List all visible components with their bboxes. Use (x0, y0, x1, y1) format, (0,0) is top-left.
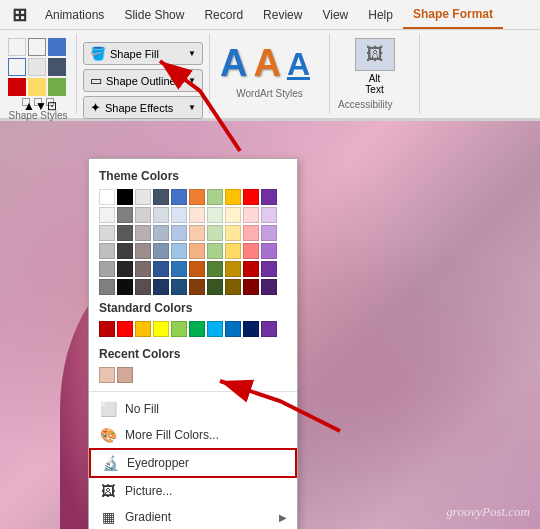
theme-color-swatch[interactable] (225, 207, 241, 223)
standard-color-swatch[interactable] (171, 321, 187, 337)
theme-color-swatch[interactable] (243, 279, 259, 295)
style-box-3[interactable] (48, 38, 66, 56)
theme-color-swatch[interactable] (171, 261, 187, 277)
no-fill-item[interactable]: ⬜ No Fill (89, 396, 297, 422)
picture-item[interactable]: 🖼 Picture... (89, 478, 297, 504)
alt-text-button[interactable]: 🖼 (355, 38, 395, 71)
gradient-item[interactable]: ▦ Gradient ▶ (89, 504, 297, 529)
theme-color-swatch[interactable] (261, 243, 277, 259)
theme-color-swatch[interactable] (225, 225, 241, 241)
standard-color-swatch[interactable] (99, 321, 115, 337)
theme-color-swatch[interactable] (261, 261, 277, 277)
theme-color-swatch[interactable] (207, 279, 223, 295)
theme-color-swatch[interactable] (261, 279, 277, 295)
standard-color-swatch[interactable] (117, 321, 133, 337)
tab-animations[interactable]: Animations (35, 0, 114, 29)
theme-color-swatch[interactable] (243, 243, 259, 259)
style-box-1[interactable] (8, 38, 26, 56)
theme-color-swatch[interactable] (135, 261, 151, 277)
theme-color-swatch[interactable] (189, 279, 205, 295)
theme-color-swatch[interactable] (99, 243, 115, 259)
standard-color-swatch[interactable] (153, 321, 169, 337)
style-box-8[interactable] (28, 78, 46, 96)
style-box-9[interactable] (48, 78, 66, 96)
standard-color-swatch[interactable] (189, 321, 205, 337)
theme-color-swatch[interactable] (207, 225, 223, 241)
tab-view[interactable]: View (312, 0, 358, 29)
style-box-5[interactable] (28, 58, 46, 76)
theme-color-swatch[interactable] (261, 189, 277, 205)
standard-color-swatch[interactable] (261, 321, 277, 337)
theme-color-swatch[interactable] (117, 207, 133, 223)
theme-color-swatch[interactable] (189, 189, 205, 205)
style-nav-more[interactable]: ⊡ (46, 98, 54, 106)
shape-effects-button[interactable]: ✦ Shape Effects ▼ (83, 96, 203, 119)
theme-color-swatch[interactable] (135, 279, 151, 295)
theme-color-swatch[interactable] (207, 243, 223, 259)
standard-color-swatch[interactable] (207, 321, 223, 337)
more-fill-colors-item[interactable]: 🎨 More Fill Colors... (89, 422, 297, 448)
theme-color-swatch[interactable] (153, 279, 169, 295)
theme-color-swatch[interactable] (207, 189, 223, 205)
theme-color-swatch[interactable] (207, 207, 223, 223)
tab-help[interactable]: Help (358, 0, 403, 29)
theme-color-swatch[interactable] (99, 189, 115, 205)
theme-color-swatch[interactable] (171, 279, 187, 295)
theme-color-swatch[interactable] (153, 261, 169, 277)
recent-color-swatch[interactable] (99, 367, 115, 383)
theme-color-swatch[interactable] (135, 189, 151, 205)
shape-outline-button[interactable]: ▭ Shape Outline ▼ (83, 69, 203, 92)
theme-color-swatch[interactable] (189, 207, 205, 223)
standard-color-swatch[interactable] (225, 321, 241, 337)
theme-color-swatch[interactable] (171, 225, 187, 241)
theme-color-swatch[interactable] (117, 261, 133, 277)
theme-color-swatch[interactable] (117, 225, 133, 241)
recent-color-swatch[interactable] (117, 367, 133, 383)
tab-shape-format[interactable]: Shape Format (403, 0, 503, 29)
theme-color-swatch[interactable] (135, 225, 151, 241)
theme-color-swatch[interactable] (261, 225, 277, 241)
theme-color-swatch[interactable] (171, 243, 187, 259)
style-box-2[interactable] (28, 38, 46, 56)
theme-color-swatch[interactable] (261, 207, 277, 223)
theme-color-swatch[interactable] (171, 189, 187, 205)
theme-color-swatch[interactable] (153, 225, 169, 241)
theme-color-swatch[interactable] (225, 261, 241, 277)
style-box-7[interactable] (8, 78, 26, 96)
theme-color-swatch[interactable] (99, 207, 115, 223)
theme-color-swatch[interactable] (99, 225, 115, 241)
theme-color-swatch[interactable] (243, 261, 259, 277)
standard-color-swatch[interactable] (243, 321, 259, 337)
theme-color-swatch[interactable] (135, 207, 151, 223)
theme-color-swatch[interactable] (99, 261, 115, 277)
theme-color-swatch[interactable] (117, 279, 133, 295)
theme-color-swatch[interactable] (225, 279, 241, 295)
theme-color-swatch[interactable] (243, 189, 259, 205)
style-box-4[interactable] (8, 58, 26, 76)
theme-color-swatch[interactable] (243, 207, 259, 223)
theme-color-swatch[interactable] (135, 243, 151, 259)
style-box-6[interactable] (48, 58, 66, 76)
style-nav-up[interactable]: ▲ (22, 98, 30, 106)
theme-color-swatch[interactable] (153, 189, 169, 205)
tab-home-icon[interactable]: ⊞ (4, 0, 35, 29)
tab-slideshow[interactable]: Slide Show (114, 0, 194, 29)
style-nav-down[interactable]: ▼ (34, 98, 42, 106)
theme-color-swatch[interactable] (189, 225, 205, 241)
theme-color-swatch[interactable] (99, 279, 115, 295)
theme-color-swatch[interactable] (117, 189, 133, 205)
standard-color-swatch[interactable] (135, 321, 151, 337)
theme-color-swatch[interactable] (117, 243, 133, 259)
theme-color-swatch[interactable] (153, 243, 169, 259)
theme-color-swatch[interactable] (225, 243, 241, 259)
theme-color-swatch[interactable] (189, 261, 205, 277)
tab-review[interactable]: Review (253, 0, 312, 29)
theme-color-swatch[interactable] (225, 189, 241, 205)
theme-color-swatch[interactable] (171, 207, 187, 223)
theme-color-swatch[interactable] (153, 207, 169, 223)
eyedropper-item[interactable]: 🔬 Eyedropper (89, 448, 297, 478)
tab-record[interactable]: Record (194, 0, 253, 29)
theme-color-swatch[interactable] (243, 225, 259, 241)
theme-color-swatch[interactable] (207, 261, 223, 277)
theme-color-swatch[interactable] (189, 243, 205, 259)
